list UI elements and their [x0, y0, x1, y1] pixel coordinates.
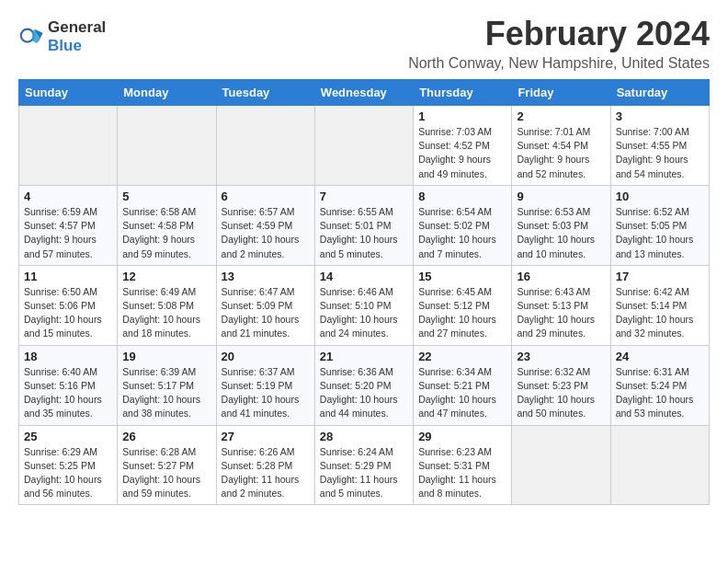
- day-info: Sunrise: 6:50 AM Sunset: 5:06 PM Dayligh…: [24, 285, 112, 341]
- calendar-cell: 19Sunrise: 6:39 AM Sunset: 5:17 PM Dayli…: [118, 345, 216, 425]
- day-number: 28: [320, 430, 408, 443]
- day-info: Sunrise: 6:45 AM Sunset: 5:12 PM Dayligh…: [418, 285, 506, 341]
- day-info: Sunrise: 6:37 AM Sunset: 5:19 PM Dayligh…: [222, 365, 310, 421]
- day-info: Sunrise: 7:00 AM Sunset: 4:55 PM Dayligh…: [616, 125, 704, 181]
- day-number: 19: [122, 350, 210, 363]
- day-info: Sunrise: 6:59 AM Sunset: 4:57 PM Dayligh…: [24, 205, 112, 261]
- day-number: 21: [320, 350, 408, 363]
- calendar-cell: 16Sunrise: 6:43 AM Sunset: 5:13 PM Dayli…: [512, 265, 610, 345]
- header-row: SundayMondayTuesdayWednesdayThursdayFrid…: [19, 80, 710, 106]
- calendar-week-row: 11Sunrise: 6:50 AM Sunset: 5:06 PM Dayli…: [19, 265, 710, 345]
- day-info: Sunrise: 6:31 AM Sunset: 5:24 PM Dayligh…: [616, 365, 704, 421]
- day-number: 10: [616, 190, 704, 203]
- day-number: 20: [222, 350, 310, 363]
- day-info: Sunrise: 6:58 AM Sunset: 4:58 PM Dayligh…: [122, 205, 210, 261]
- day-number: 9: [517, 190, 605, 203]
- calendar-cell: 28Sunrise: 6:24 AM Sunset: 5:29 PM Dayli…: [314, 425, 413, 505]
- calendar-cell: 1Sunrise: 7:03 AM Sunset: 4:52 PM Daylig…: [414, 106, 512, 186]
- calendar-cell: 10Sunrise: 6:52 AM Sunset: 5:05 PM Dayli…: [610, 185, 709, 265]
- calendar-body: 1Sunrise: 7:03 AM Sunset: 4:52 PM Daylig…: [19, 106, 710, 505]
- day-info: Sunrise: 6:54 AM Sunset: 5:02 PM Dayligh…: [418, 205, 506, 261]
- weekday-header: Wednesday: [314, 80, 413, 106]
- day-info: Sunrise: 6:28 AM Sunset: 5:27 PM Dayligh…: [122, 445, 210, 501]
- day-info: Sunrise: 6:39 AM Sunset: 5:17 PM Dayligh…: [122, 365, 210, 421]
- day-number: 7: [320, 190, 408, 203]
- calendar-cell: 17Sunrise: 6:42 AM Sunset: 5:14 PM Dayli…: [610, 265, 709, 345]
- calendar-cell: [19, 106, 118, 186]
- day-info: Sunrise: 6:26 AM Sunset: 5:28 PM Dayligh…: [222, 445, 310, 501]
- calendar-cell: 11Sunrise: 6:50 AM Sunset: 5:06 PM Dayli…: [19, 265, 118, 345]
- calendar-cell: 14Sunrise: 6:46 AM Sunset: 5:10 PM Dayli…: [314, 265, 413, 345]
- calendar-cell: 4Sunrise: 6:59 AM Sunset: 4:57 PM Daylig…: [19, 185, 118, 265]
- calendar-cell: 13Sunrise: 6:47 AM Sunset: 5:09 PM Dayli…: [216, 265, 314, 345]
- weekday-header: Monday: [118, 80, 216, 106]
- day-number: 23: [517, 350, 605, 363]
- day-info: Sunrise: 7:01 AM Sunset: 4:54 PM Dayligh…: [517, 125, 605, 181]
- day-info: Sunrise: 6:34 AM Sunset: 5:21 PM Dayligh…: [418, 365, 506, 421]
- day-info: Sunrise: 6:42 AM Sunset: 5:14 PM Dayligh…: [616, 285, 704, 341]
- logo-line2: Blue: [48, 37, 106, 55]
- weekday-header: Saturday: [610, 80, 709, 106]
- calendar-cell: 25Sunrise: 6:29 AM Sunset: 5:25 PM Dayli…: [19, 425, 118, 505]
- calendar-cell: 6Sunrise: 6:57 AM Sunset: 4:59 PM Daylig…: [216, 185, 314, 265]
- calendar-table: SundayMondayTuesdayWednesdayThursdayFrid…: [18, 79, 710, 505]
- calendar-cell: 18Sunrise: 6:40 AM Sunset: 5:16 PM Dayli…: [19, 345, 118, 425]
- location-subtitle: North Conway, New Hampshire, United Stat…: [408, 55, 710, 72]
- header: General Blue February 2024 North Conway,…: [18, 15, 710, 72]
- day-info: Sunrise: 7:03 AM Sunset: 4:52 PM Dayligh…: [418, 125, 506, 181]
- day-number: 16: [517, 270, 605, 283]
- day-info: Sunrise: 6:46 AM Sunset: 5:10 PM Dayligh…: [320, 285, 408, 341]
- calendar-cell: 8Sunrise: 6:54 AM Sunset: 5:02 PM Daylig…: [414, 185, 512, 265]
- calendar-cell: 26Sunrise: 6:28 AM Sunset: 5:27 PM Dayli…: [118, 425, 216, 505]
- svg-point-0: [21, 29, 34, 41]
- day-number: 15: [418, 270, 506, 283]
- day-info: Sunrise: 6:52 AM Sunset: 5:05 PM Dayligh…: [616, 205, 704, 261]
- day-number: 11: [24, 270, 112, 283]
- calendar-cell: 27Sunrise: 6:26 AM Sunset: 5:28 PM Dayli…: [216, 425, 314, 505]
- weekday-header: Friday: [512, 80, 610, 106]
- day-number: 18: [24, 350, 112, 363]
- day-info: Sunrise: 6:49 AM Sunset: 5:08 PM Dayligh…: [122, 285, 210, 341]
- day-number: 13: [222, 270, 310, 283]
- calendar-cell: 20Sunrise: 6:37 AM Sunset: 5:19 PM Dayli…: [216, 345, 314, 425]
- day-info: Sunrise: 6:23 AM Sunset: 5:31 PM Dayligh…: [418, 445, 506, 501]
- calendar-cell: 2Sunrise: 7:01 AM Sunset: 4:54 PM Daylig…: [512, 106, 610, 186]
- day-number: 17: [616, 270, 704, 283]
- weekday-header: Tuesday: [216, 80, 314, 106]
- day-number: 12: [122, 270, 210, 283]
- day-info: Sunrise: 6:43 AM Sunset: 5:13 PM Dayligh…: [517, 285, 605, 341]
- day-number: 25: [24, 430, 112, 443]
- day-number: 2: [517, 109, 605, 123]
- day-info: Sunrise: 6:36 AM Sunset: 5:20 PM Dayligh…: [320, 365, 408, 421]
- day-info: Sunrise: 6:32 AM Sunset: 5:23 PM Dayligh…: [517, 365, 605, 421]
- calendar-cell: 15Sunrise: 6:45 AM Sunset: 5:12 PM Dayli…: [414, 265, 512, 345]
- day-info: Sunrise: 6:53 AM Sunset: 5:03 PM Dayligh…: [517, 205, 605, 261]
- calendar-cell: 9Sunrise: 6:53 AM Sunset: 5:03 PM Daylig…: [512, 185, 610, 265]
- calendar-cell: [512, 425, 610, 505]
- calendar-cell: 23Sunrise: 6:32 AM Sunset: 5:23 PM Dayli…: [512, 345, 610, 425]
- calendar-cell: 24Sunrise: 6:31 AM Sunset: 5:24 PM Dayli…: [610, 345, 709, 425]
- calendar-cell: [610, 425, 709, 505]
- day-number: 8: [418, 190, 506, 203]
- calendar-week-row: 4Sunrise: 6:59 AM Sunset: 4:57 PM Daylig…: [19, 185, 710, 265]
- day-info: Sunrise: 6:40 AM Sunset: 5:16 PM Dayligh…: [24, 365, 112, 421]
- day-info: Sunrise: 6:55 AM Sunset: 5:01 PM Dayligh…: [320, 205, 408, 261]
- calendar-cell: [216, 106, 314, 186]
- calendar-cell: 12Sunrise: 6:49 AM Sunset: 5:08 PM Dayli…: [118, 265, 216, 345]
- calendar-cell: 22Sunrise: 6:34 AM Sunset: 5:21 PM Dayli…: [414, 345, 512, 425]
- day-number: 6: [222, 190, 310, 203]
- day-number: 1: [418, 109, 506, 123]
- calendar-cell: 7Sunrise: 6:55 AM Sunset: 5:01 PM Daylig…: [314, 185, 413, 265]
- calendar-week-row: 1Sunrise: 7:03 AM Sunset: 4:52 PM Daylig…: [19, 106, 710, 186]
- calendar-cell: 3Sunrise: 7:00 AM Sunset: 4:55 PM Daylig…: [610, 106, 709, 186]
- day-number: 3: [616, 109, 704, 123]
- calendar-cell: 29Sunrise: 6:23 AM Sunset: 5:31 PM Dayli…: [414, 425, 512, 505]
- day-number: 4: [24, 190, 112, 203]
- day-number: 26: [122, 430, 210, 443]
- day-info: Sunrise: 6:29 AM Sunset: 5:25 PM Dayligh…: [24, 445, 112, 501]
- weekday-header: Thursday: [414, 80, 512, 106]
- calendar-header: SundayMondayTuesdayWednesdayThursdayFrid…: [19, 80, 710, 106]
- day-number: 29: [418, 430, 506, 443]
- calendar-cell: 5Sunrise: 6:58 AM Sunset: 4:58 PM Daylig…: [118, 185, 216, 265]
- calendar-week-row: 25Sunrise: 6:29 AM Sunset: 5:25 PM Dayli…: [19, 425, 710, 505]
